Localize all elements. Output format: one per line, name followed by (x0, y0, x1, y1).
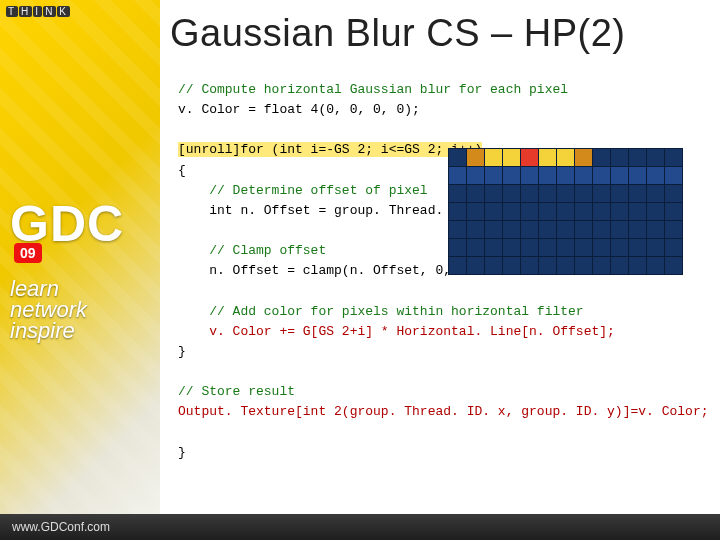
code-line: v. Color += G[GS 2+i] * Horizontal. Line… (178, 324, 615, 339)
footer-url: www.GDConf.com (0, 514, 720, 540)
grid-row (449, 239, 683, 257)
code-line: // Store result (178, 384, 295, 399)
code-line: int n. Offset = group. Thread. ID. (178, 203, 474, 218)
grid-row (449, 221, 683, 239)
code-line: // Add color for pixels within horizonta… (178, 304, 584, 319)
grid-row-scanline (449, 167, 683, 185)
gdc-tagline: learn network inspire (10, 278, 150, 342)
slide-title: Gaussian Blur CS – HP(2) (170, 12, 710, 55)
filter-edge-cell (467, 149, 485, 167)
grid-row (449, 257, 683, 275)
tagline-inspire: inspire (10, 320, 150, 342)
code-line: // Determine offset of pixel (178, 183, 428, 198)
grid-row (449, 185, 683, 203)
grid-row (449, 149, 683, 167)
pixel-grid-diagram (448, 148, 683, 275)
pixel-grid (448, 148, 683, 275)
gdc-logo: GDC09 learn network inspire (10, 195, 150, 342)
code-line: // Clamp offset (178, 243, 326, 258)
code-line: } (178, 445, 186, 460)
code-line: v. Color = float 4(0, 0, 0, 0); (178, 102, 420, 117)
gdc-year-badge: 09 (14, 243, 42, 263)
left-column: THINK GDC09 learn network inspire (0, 0, 160, 540)
code-line-highlight: [unroll]for (int i=-GS 2; i<=GS 2; i++) (178, 142, 482, 157)
code-line: { (178, 163, 186, 178)
code-line: } (178, 344, 186, 359)
filter-center-cell (521, 149, 539, 167)
code-line: // Compute horizontal Gaussian blur for … (178, 82, 568, 97)
code-line: Output. Texture[int 2(group. Thread. ID.… (178, 404, 709, 419)
grid-row (449, 203, 683, 221)
think-logo: THINK (6, 6, 71, 17)
filter-edge-cell (575, 149, 593, 167)
slide: THINK GDC09 learn network inspire Gaussi… (0, 0, 720, 540)
code-line: n. Offset = clamp(n. Offset, 0, (178, 263, 451, 278)
